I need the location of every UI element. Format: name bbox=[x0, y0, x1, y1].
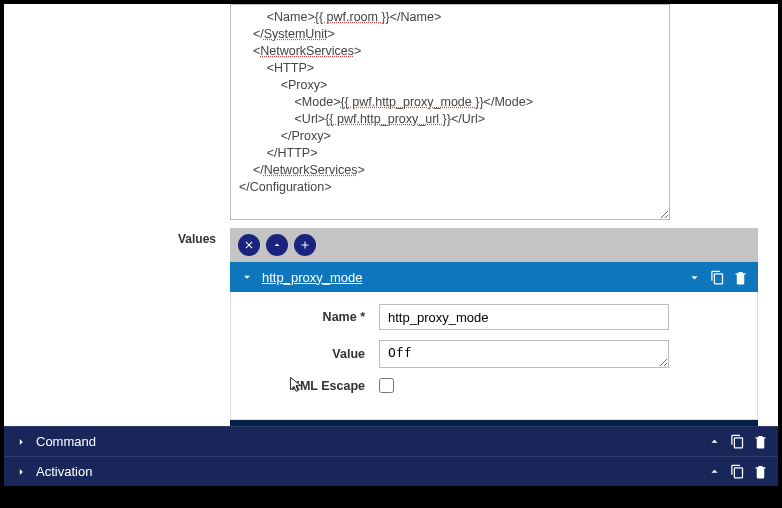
collapse-up-icon[interactable] bbox=[707, 464, 722, 479]
dropdown-icon[interactable] bbox=[687, 270, 702, 285]
collapse-up-icon[interactable] bbox=[707, 434, 722, 449]
name-field-label: Name * bbox=[249, 310, 379, 324]
section-command-title: Command bbox=[36, 434, 699, 449]
chevron-down-icon bbox=[240, 270, 254, 284]
value-item-title[interactable]: http_proxy_mode bbox=[262, 270, 679, 285]
values-toolbar bbox=[230, 228, 758, 262]
section-command-header[interactable]: Command bbox=[4, 426, 778, 456]
copy-icon[interactable] bbox=[730, 464, 745, 479]
value-item-header-expanded[interactable]: http_proxy_mode bbox=[230, 262, 758, 292]
collapse-all-button[interactable] bbox=[266, 234, 288, 256]
name-field-input[interactable] bbox=[379, 304, 669, 330]
close-all-button[interactable] bbox=[238, 234, 260, 256]
delete-icon[interactable] bbox=[733, 270, 748, 285]
copy-icon[interactable] bbox=[730, 434, 745, 449]
section-activation-header[interactable]: Activation bbox=[4, 456, 778, 486]
chevron-right-icon bbox=[14, 435, 28, 449]
section-activation-title: Activation bbox=[36, 464, 699, 479]
xml-config-textarea[interactable]: <Name>{{ pwf.room }}</Name> </SystemUnit… bbox=[230, 4, 670, 220]
value-field-textarea[interactable] bbox=[379, 340, 669, 368]
add-item-button[interactable] bbox=[294, 234, 316, 256]
xml-escape-label: XML Escape bbox=[249, 379, 379, 393]
value-field-label: Value bbox=[249, 347, 379, 361]
chevron-right-icon bbox=[14, 465, 28, 479]
delete-icon[interactable] bbox=[753, 464, 768, 479]
value-item-form: Name * Value XML Escape bbox=[230, 292, 758, 420]
copy-icon[interactable] bbox=[710, 270, 725, 285]
delete-icon[interactable] bbox=[753, 434, 768, 449]
values-label: Values bbox=[4, 228, 230, 450]
xml-escape-checkbox[interactable] bbox=[379, 378, 394, 393]
